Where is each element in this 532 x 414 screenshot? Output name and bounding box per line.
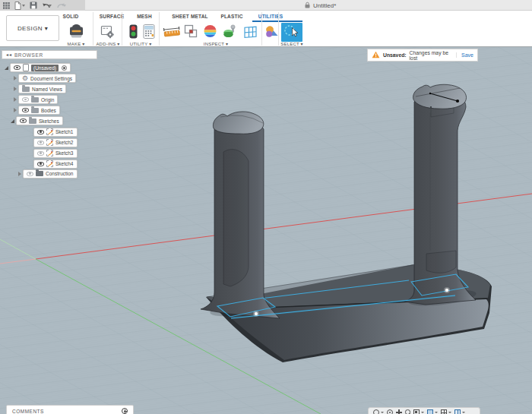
sketch-point (430, 106, 432, 108)
make-3d-print-icon[interactable] (68, 24, 84, 43)
visibility-eye-icon[interactable] (37, 130, 44, 134)
browser-row-sketch4[interactable]: Sketch4 (33, 160, 78, 169)
traffic-light-icon[interactable] (128, 24, 139, 43)
select-cursor-icon (283, 23, 301, 43)
row-label: Origin (41, 97, 54, 103)
expand-twisty-icon[interactable] (14, 76, 17, 81)
calculator-icon[interactable] (142, 24, 156, 43)
right-post-panel-bottom (426, 251, 456, 273)
visibility-eye-icon[interactable] (22, 108, 29, 112)
sketch-icon (46, 160, 53, 167)
browser-row-origin[interactable]: Origin (14, 95, 58, 104)
app-menu-icon[interactable] (3, 2, 10, 9)
visibility-eye-icon[interactable] (27, 172, 33, 176)
interference-icon[interactable] (183, 24, 199, 43)
measure-icon[interactable] (163, 24, 181, 43)
browser-header-label: BROWSER (14, 52, 43, 58)
row-label: Sketch1 (55, 129, 74, 134)
title-bar: Untitled* (0, 0, 532, 11)
document-title: Untitled* (305, 2, 336, 10)
tab-sheet-metal[interactable]: SHEET METAL (169, 12, 211, 21)
select-tool-button[interactable] (281, 23, 302, 42)
tab-solid[interactable]: SOLID (55, 12, 86, 21)
browser-header[interactable]: ◄◄ BROWSER (2, 50, 97, 59)
zoom-icon[interactable] (405, 409, 410, 414)
row-label: Bodies (41, 108, 56, 113)
fit-icon[interactable] (413, 409, 420, 414)
caret-icon[interactable] (435, 412, 438, 413)
row-label: Document Settings (30, 76, 72, 81)
browser-panel: ◄◄ BROWSER (Unsaved) ⚙ Document Settings… (2, 50, 97, 59)
row-label: (Unsaved) (31, 65, 59, 71)
row-label: Construction (46, 171, 74, 176)
ribbon-toolbar: DESIGN ▾ SOLID SURFACE MESH SHEET METAL … (0, 11, 532, 47)
caret-icon[interactable] (381, 412, 384, 413)
add-comment-icon[interactable] (122, 408, 128, 414)
tab-plastic[interactable]: PLASTIC (214, 12, 249, 21)
expand-twisty-icon[interactable] (5, 66, 8, 70)
row-label: Sketch2 (55, 140, 74, 145)
inspect-group-label[interactable]: INSPECT ▾ (196, 41, 236, 47)
file-icon[interactable] (14, 2, 25, 10)
visibility-eye-icon[interactable] (14, 65, 21, 70)
caret-icon[interactable] (462, 412, 465, 413)
browser-row-root[interactable]: (Unsaved) (5, 63, 71, 72)
utility-group-label[interactable]: UTILITY ▾ (122, 41, 160, 47)
caret-icon[interactable] (421, 412, 424, 413)
expand-twisty-icon[interactable] (14, 87, 17, 91)
visibility-eye-icon[interactable] (37, 162, 44, 166)
sketch-point (429, 93, 431, 94)
caret-icon[interactable] (448, 412, 451, 413)
tab-mesh[interactable]: MESH (128, 12, 161, 21)
display-panels-icon[interactable] (242, 24, 259, 43)
browser-row-named-views[interactable]: Named Views (14, 84, 66, 93)
save-button[interactable]: Save (456, 52, 473, 58)
folder-icon (36, 171, 43, 176)
quick-access-toolbar (0, 0, 85, 11)
comments-bar[interactable]: COMMENTS (6, 405, 134, 414)
expand-twisty-icon[interactable] (18, 172, 21, 176)
browser-row-document-settings[interactable]: ⚙ Document Settings (14, 74, 76, 83)
browser-row-construction[interactable]: Construction (18, 169, 78, 179)
tab-surface[interactable]: SURFACE (93, 12, 130, 21)
visibility-eye-icon[interactable] (37, 151, 44, 156)
visibility-eye-icon[interactable] (22, 97, 29, 102)
viewport-canvas[interactable] (0, 47, 532, 414)
browser-row-sketch1[interactable]: Sketch1 (33, 128, 78, 137)
expand-twisty-icon[interactable] (11, 119, 14, 123)
display-settings-icon[interactable] (427, 409, 433, 414)
expand-twisty-icon[interactable] (14, 108, 17, 112)
addins-icon[interactable] (100, 24, 116, 43)
collapse-panel-icon[interactable]: ◄◄ (5, 53, 11, 57)
folder-icon (29, 119, 36, 124)
select-group-label[interactable]: SELECT ▾ (275, 41, 309, 47)
expand-twisty-icon[interactable] (14, 97, 17, 102)
row-label: Sketch3 (55, 150, 74, 156)
activate-component-icon[interactable] (62, 65, 67, 71)
tab-utilities[interactable]: UTILITIES (252, 12, 289, 21)
visibility-eye-icon[interactable] (37, 141, 44, 145)
browser-row-sketch2[interactable]: Sketch2 (33, 138, 78, 147)
visibility-eye-icon[interactable] (20, 119, 27, 123)
orbit-icon[interactable] (373, 409, 379, 414)
browser-row-sketch3[interactable]: Sketch3 (33, 149, 78, 158)
design-workspace-button[interactable]: DESIGN ▾ (6, 15, 59, 41)
document-title-text: Untitled* (313, 2, 336, 9)
warning-icon (372, 51, 380, 59)
browser-row-bodies[interactable]: Bodies (14, 106, 60, 115)
curvature-map-icon[interactable] (202, 24, 218, 43)
folder-icon (31, 97, 39, 103)
section-analysis-icon[interactable] (222, 24, 239, 43)
pan-icon[interactable] (396, 409, 402, 414)
redo-icon[interactable] (56, 2, 66, 9)
row-label: Sketches (39, 119, 59, 124)
scene (0, 47, 532, 414)
grid-settings-icon[interactable] (441, 409, 447, 414)
undo-icon[interactable] (42, 2, 52, 9)
viewports-icon[interactable] (454, 409, 461, 414)
folder-icon (31, 108, 39, 113)
browser-row-sketches[interactable]: Sketches (11, 116, 63, 125)
look-at-icon[interactable] (387, 409, 393, 414)
save-icon[interactable] (30, 2, 37, 9)
shapes-icon[interactable] (264, 24, 280, 43)
